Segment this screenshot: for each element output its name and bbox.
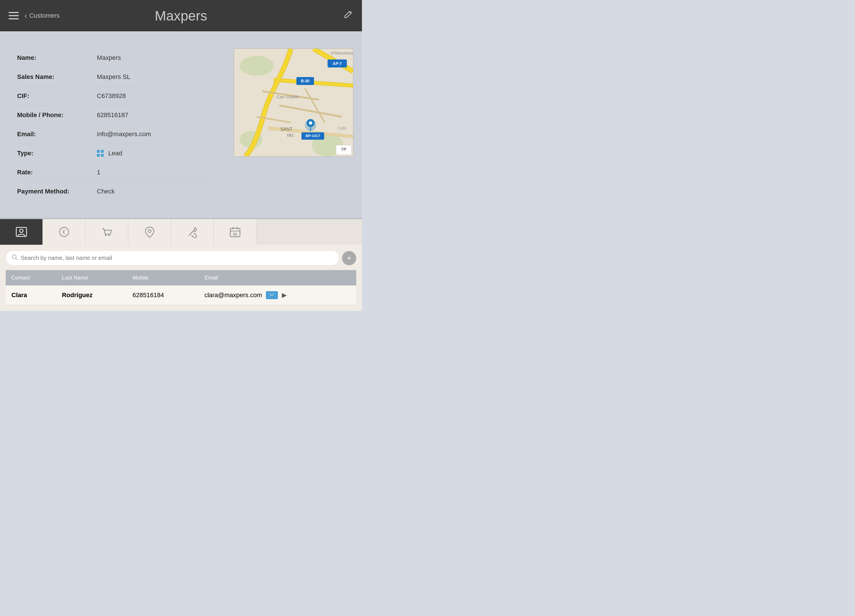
type-value-text: Lead [108,150,122,157]
search-icon [12,254,18,262]
svg-text:of Barcelona: of Barcelona [331,51,353,55]
contacts-table: Contact Last Name Mobile Email Clara Rod… [6,270,356,305]
svg-text:🗺: 🗺 [341,147,346,152]
svg-point-25 [105,235,106,236]
value-rate: 1 [97,169,100,176]
svg-text:BP-1417: BP-1417 [305,133,320,138]
info-row-rate: Rate: 1 [17,163,208,182]
info-row-sales-name: Sales Name: Maxpers SL [17,67,208,87]
email-cell-content: clara@maxpers.com ▶ [204,291,351,299]
svg-text:CAN: CAN [338,126,346,130]
svg-text:AP-7: AP-7 [332,61,342,66]
contact-email-text: clara@maxpers.com [204,291,262,299]
svg-point-18 [309,121,313,125]
contacts-section: + Contact Last Name Mobile Email Clara R… [0,245,362,311]
search-input[interactable] [21,255,333,261]
tab-billing[interactable]: € [43,219,86,245]
label-rate: Rate: [17,169,97,176]
label-type: Type: [17,150,97,157]
tab-orders[interactable] [86,219,128,245]
hamburger-menu[interactable] [9,12,19,19]
svg-text:Can Graells: Can Graells [277,94,299,99]
contact-last-name: Rodríguez [56,285,127,305]
type-dots-icon [97,150,104,157]
info-row-type: Type: Lead [17,144,208,163]
col-header-email: Email [199,270,356,285]
add-contact-button[interactable]: + [342,251,356,265]
contact-email-cell: clara@maxpers.com ▶ [199,285,356,305]
main-content: Name: Maxpers Sales Name: Maxpers SL CIF… [0,31,362,218]
tab-calendar[interactable]: 31 [214,219,256,245]
svg-text:31: 31 [233,232,238,236]
back-label: Customers [29,12,60,19]
label-email: Email: [17,130,97,138]
search-input-wrap [6,250,339,265]
svg-point-27 [148,230,151,233]
svg-text:DEL: DEL [287,133,294,137]
svg-text:SANT: SANT [280,127,293,132]
info-row-name: Name: Maxpers [17,48,208,67]
tab-tools[interactable] [171,219,214,245]
tab-locations[interactable] [128,219,171,245]
value-sales-name: Maxpers SL [97,73,130,81]
contact-mobile: 628516184 [127,285,199,305]
col-header-contact: Contact [6,270,56,285]
value-phone: 628516187 [97,112,128,119]
col-header-lastname: Last Name [56,270,127,285]
tabs-bar: € 31 [0,219,362,245]
email-icon[interactable] [266,291,278,299]
value-cif: C6738928 [97,92,126,100]
map-container[interactable]: AP-7 B-30 BP-1417 SANT DEL Can Graells o… [234,48,353,157]
label-phone: Mobile / Phone: [17,112,97,119]
info-row-payment: Payment Method: Check [17,182,208,201]
info-row-phone: Mobile / Phone: 628516187 [17,106,208,125]
contact-first-name: Clara [6,285,56,305]
label-sales-name: Sales Name: [17,73,97,81]
header-left: ‹ Customers [9,11,60,20]
tab-contacts[interactable] [0,219,43,245]
search-bar-row: + [6,250,356,265]
svg-point-2 [240,56,274,76]
table-header: Contact Last Name Mobile Email [6,270,356,285]
value-type: Lead [97,150,122,157]
customer-info-panel: Name: Maxpers Sales Name: Maxpers SL CIF… [0,43,225,207]
map-panel: AP-7 B-30 BP-1417 SANT DEL Can Graells o… [225,43,362,207]
back-navigation[interactable]: ‹ Customers [25,11,60,20]
col-header-mobile: Mobile [127,270,199,285]
info-row-cif: CIF: C6738928 [17,87,208,106]
label-payment: Payment Method: [17,188,97,195]
svg-point-26 [108,235,110,236]
edit-button[interactable] [344,10,353,21]
label-cif: CIF: [17,92,97,100]
table-row: Clara Rodríguez 628516184 clara@maxpers.… [6,285,356,305]
svg-text:€: € [63,229,66,235]
back-chevron-icon: ‹ [25,11,27,20]
label-name: Name: [17,54,97,61]
value-name: Maxpers [97,54,121,61]
page-title: Maxpers [155,8,207,24]
contact-detail-arrow[interactable]: ▶ [282,291,287,299]
svg-point-22 [20,229,23,233]
value-email: info@maxpers.com [97,130,151,138]
app-header: ‹ Customers Maxpers [0,0,362,31]
info-row-email: Email: info@maxpers.com [17,125,208,144]
svg-text:B-30: B-30 [301,79,310,83]
value-payment: Check [97,188,115,195]
